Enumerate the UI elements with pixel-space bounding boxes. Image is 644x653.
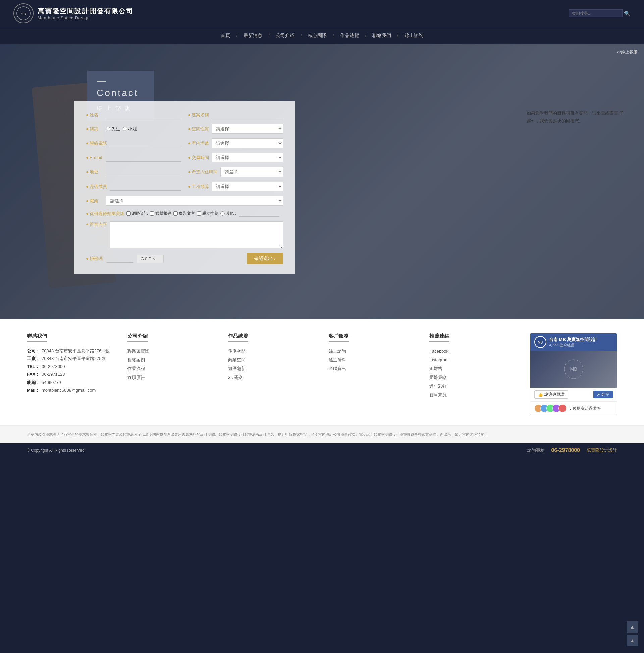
search-input[interactable] bbox=[569, 9, 622, 18]
footer-link-works-2[interactable]: 組層翻新 bbox=[228, 364, 315, 373]
industry-label: 職業 bbox=[86, 198, 103, 204]
footer-fax-label: FAX： bbox=[27, 370, 40, 378]
source-other: 其他： bbox=[220, 210, 279, 217]
source-network-checkbox[interactable] bbox=[126, 211, 131, 216]
nav-news[interactable]: 最新消息 bbox=[238, 30, 268, 41]
footer-link-service-1[interactable]: 黑主清單 bbox=[329, 356, 416, 364]
source-other-input[interactable] bbox=[239, 210, 279, 217]
footer-link-service-2[interactable]: 全聯資訊 bbox=[329, 364, 416, 373]
industry-select[interactable]: 請選擇 bbox=[106, 196, 283, 206]
source-media-label[interactable]: 媒體報導 bbox=[150, 211, 171, 216]
fb-like-label: 說這專頁讚 bbox=[544, 392, 565, 397]
submit-button[interactable]: 確認送出 › bbox=[247, 253, 283, 264]
design-link[interactable]: 萬寶隆設計設計 bbox=[587, 447, 617, 453]
svg-text:MB: MB bbox=[538, 341, 543, 344]
svg-text:MB: MB bbox=[570, 366, 577, 372]
source-friend-label[interactable]: 親友推薦 bbox=[197, 211, 218, 216]
gender-male-radio[interactable] bbox=[106, 126, 110, 131]
project-name-input[interactable] bbox=[212, 111, 283, 119]
nav-contact[interactable]: 聯絡我們 bbox=[366, 30, 397, 41]
source-network-label[interactable]: 網路資訊 bbox=[126, 211, 148, 216]
form-row-1: 姓名 連案名稱 bbox=[86, 111, 283, 119]
nav-home[interactable]: 首頁 bbox=[215, 30, 236, 41]
source-other-label[interactable]: 其他： bbox=[220, 211, 238, 216]
footer-link-company-2[interactable]: 作業流程 bbox=[127, 364, 215, 373]
name-input[interactable] bbox=[106, 111, 181, 119]
footer-contact-info: 諮詢專線 06-2978000 萬寶隆設計設計 bbox=[527, 447, 617, 453]
footer-link-works-0[interactable]: 住宅空間 bbox=[228, 347, 315, 356]
content-row: 留言內容 bbox=[86, 221, 283, 248]
footer-link-social-2[interactable]: 距離格 bbox=[429, 364, 517, 373]
svg-text:MB: MB bbox=[21, 12, 26, 16]
footer-company-col: 公司介紹 聯系萬寶隆 相關案例 作業流程 置頂廣告 bbox=[127, 333, 215, 415]
gender-female-label[interactable]: 小姐 bbox=[123, 126, 137, 132]
move-in-label: 希望入住時間 bbox=[188, 169, 218, 175]
fb-card-decoration: MB bbox=[564, 359, 584, 379]
gender-label: 稱謂 bbox=[86, 126, 103, 132]
search-box: 🔍 bbox=[569, 9, 630, 18]
email-input[interactable] bbox=[106, 154, 181, 162]
footer-link-social-3[interactable]: 距離策略 bbox=[429, 373, 517, 382]
address-input[interactable] bbox=[106, 168, 181, 176]
space-type-select[interactable]: 請選擇 bbox=[212, 124, 283, 134]
fb-like-button[interactable]: 👍 說這專頁讚 bbox=[534, 390, 568, 398]
footer-link-works-3[interactable]: 3D演染 bbox=[228, 373, 315, 382]
footer-link-social-5[interactable]: 智庫來源 bbox=[429, 391, 517, 399]
footer-company-label: 公司： bbox=[27, 347, 40, 355]
footer-link-company-1[interactable]: 相關案例 bbox=[127, 356, 215, 364]
phone-input[interactable] bbox=[110, 139, 181, 147]
company-sub: Montblanc Space Design bbox=[38, 16, 133, 21]
source-ad: 廣告文宣 bbox=[173, 211, 195, 216]
footer-service-col: 客戶服務 線上諮詢 黑主清單 全聯資訊 bbox=[329, 333, 416, 415]
source-other-radio[interactable] bbox=[220, 211, 225, 216]
fb-card: MB 台南 MB 萬寶隆空間設計 4,233 位粉絲讚 MB 👍 說這專頁讚 bbox=[530, 333, 617, 415]
address-group: 地址 bbox=[86, 168, 181, 176]
footer-link-social-4[interactable]: 近年彩虹 bbox=[429, 382, 517, 391]
footer-factory-info: 工廠： 70843 台南市安平區平道路275號 bbox=[27, 355, 114, 362]
search-button[interactable]: 🔍 bbox=[624, 10, 630, 17]
footer-link-company-3[interactable]: 置頂廣告 bbox=[127, 373, 215, 382]
copyright-text: © Copyright All Rights Reserved bbox=[27, 448, 84, 453]
member-input[interactable] bbox=[110, 183, 181, 191]
footer-link-works-1[interactable]: 商業空間 bbox=[228, 356, 315, 364]
move-in-select[interactable]: 請選擇 bbox=[220, 167, 283, 177]
gender-female-radio[interactable] bbox=[123, 126, 127, 131]
hero-section: >>線上客服 Contact 線 上 諮 詢 如果您對我們的服務項目有疑問，請來… bbox=[0, 44, 644, 319]
footer-social-col: 推薦連結 Facebook Instagram 距離格 距離策略 近年彩虹 智庫… bbox=[429, 333, 517, 415]
header-right: 🔍 bbox=[569, 9, 630, 18]
handover-group: 交屋時間 請選擇 bbox=[188, 153, 283, 163]
source-friend-checkbox[interactable] bbox=[197, 211, 201, 216]
footer-contact-title: 聯感我們 bbox=[27, 333, 47, 342]
content-label: 留言內容 bbox=[86, 221, 107, 227]
footer-link-company-0[interactable]: 聯系萬寶隆 bbox=[127, 347, 215, 356]
nav-about[interactable]: 公司介紹 bbox=[270, 30, 300, 41]
footer-social-title: 推薦連結 bbox=[429, 333, 449, 342]
fb-card-image: MB bbox=[530, 350, 617, 388]
gender-male-label[interactable]: 先生 bbox=[106, 126, 120, 132]
content-textarea[interactable] bbox=[110, 221, 283, 248]
move-in-group: 希望入住時間 請選擇 bbox=[188, 167, 283, 177]
footer-link-social-0[interactable]: Facebook bbox=[429, 347, 517, 356]
breadcrumb-link[interactable]: >>線上客服 bbox=[617, 50, 637, 54]
budget-select[interactable]: 請選擇 bbox=[212, 182, 283, 191]
footer-works-col: 作品總覽 住宅空間 商業空間 組層翻新 3D演染 bbox=[228, 333, 315, 415]
nav-works[interactable]: 作品總覽 bbox=[334, 30, 365, 41]
footer-link-service-0[interactable]: 線上諮詢 bbox=[329, 347, 416, 356]
footer-post-label: 統編： bbox=[27, 379, 40, 386]
footer-fax-info: FAX： 06-2971123 bbox=[27, 370, 114, 378]
company-name: 萬寶隆空間設計開發有限公司 bbox=[38, 7, 133, 16]
source-ad-checkbox[interactable] bbox=[173, 211, 178, 216]
source-media-checkbox[interactable] bbox=[150, 211, 154, 216]
footer-link-social-1[interactable]: Instagram bbox=[429, 356, 517, 364]
nav-consult[interactable]: 線上諮詢 bbox=[398, 30, 429, 41]
footer-tel-label: TEL： bbox=[27, 363, 40, 370]
email-label: E-mail bbox=[86, 155, 103, 160]
fb-share-button[interactable]: ↗ 分享 bbox=[593, 391, 613, 398]
indoor-area-select[interactable]: 請選擇 bbox=[212, 138, 283, 148]
captcha-input[interactable] bbox=[107, 255, 133, 263]
footer-mail-label: Mail： bbox=[27, 386, 40, 394]
nav-team[interactable]: 核心團隊 bbox=[302, 30, 333, 41]
source-ad-label[interactable]: 廣告文宣 bbox=[173, 211, 195, 216]
indoor-area-label: 室內坪數 bbox=[188, 140, 209, 146]
handover-select[interactable]: 請選擇 bbox=[212, 153, 283, 163]
